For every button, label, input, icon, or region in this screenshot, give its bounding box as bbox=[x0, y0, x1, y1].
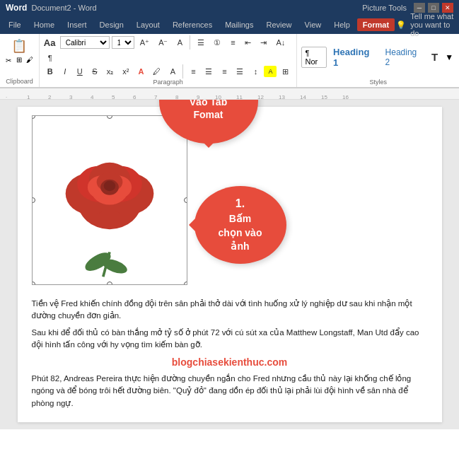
separator-2 bbox=[182, 64, 183, 79]
menu-insert[interactable]: Insert bbox=[62, 18, 93, 31]
format-painter-button[interactable]: 🖌 bbox=[25, 55, 35, 66]
font-size-select[interactable]: 11 bbox=[112, 36, 134, 49]
font-aa-label: Aa bbox=[44, 37, 58, 48]
style-heading1[interactable]: Heading 1 bbox=[330, 45, 379, 70]
menu-layout[interactable]: Layout bbox=[131, 18, 165, 31]
decrease-font-button[interactable]: A⁻ bbox=[155, 36, 171, 50]
styles-label: Styles bbox=[301, 79, 455, 86]
resize-handle-mr[interactable] bbox=[184, 197, 187, 203]
shading-button[interactable]: A bbox=[264, 66, 277, 77]
callout-1-number: 1. bbox=[219, 197, 262, 211]
clear-format-button[interactable]: A bbox=[173, 36, 186, 49]
clipboard-label: Clipboard bbox=[6, 78, 33, 85]
lightbulb-icon: 💡 bbox=[396, 21, 406, 30]
paste-button[interactable]: 📋 bbox=[6, 37, 32, 54]
paragraph-3: Phút 82, Andreas Pereira thực hiện đường… bbox=[32, 373, 428, 410]
underline-button[interactable]: U bbox=[74, 65, 86, 78]
paragraph-2: Sau khi để đối thủ có bàn thắng mở tỷ số… bbox=[32, 327, 428, 352]
rose-image bbox=[39, 122, 180, 278]
title-bar: Word Document2 - Word Picture Tools ─ □ … bbox=[0, 0, 459, 16]
text-effects-button[interactable]: A bbox=[134, 65, 147, 78]
align-left-button[interactable]: ≡ bbox=[187, 65, 199, 78]
line-spacing-button[interactable]: ↕ bbox=[249, 65, 262, 78]
strikethrough-button[interactable]: S bbox=[88, 65, 101, 78]
body-text-area: Tiền vệ Fred khiến chính đồng đội trên s… bbox=[32, 298, 428, 410]
italic-button[interactable]: I bbox=[59, 65, 71, 78]
window-controls[interactable]: ─ □ ✕ bbox=[414, 3, 453, 13]
decrease-indent-button[interactable]: ⇤ bbox=[241, 36, 255, 50]
numbering-button[interactable]: ① bbox=[210, 36, 224, 50]
svg-point-13 bbox=[103, 181, 115, 192]
copy-button[interactable]: ⊞ bbox=[15, 55, 23, 66]
file-name: Document2 - Word bbox=[31, 4, 96, 12]
cut-button[interactable]: ✂ bbox=[4, 55, 13, 66]
ruler: · 1 2 3 4 5 6 7 8 9 10 11 12 13 14 15 16 bbox=[0, 88, 459, 100]
superscript-button[interactable]: x² bbox=[119, 65, 132, 78]
show-marks-button[interactable]: ¶ bbox=[44, 52, 57, 64]
callout-2-text: Vào Tab Fomat bbox=[190, 100, 227, 120]
maximize-button[interactable]: □ bbox=[428, 3, 439, 13]
menu-home[interactable]: Home bbox=[28, 18, 60, 31]
resize-handle-tl[interactable] bbox=[32, 115, 35, 119]
increase-indent-button[interactable]: ⇥ bbox=[257, 36, 270, 50]
resize-handle-bm[interactable] bbox=[107, 281, 112, 285]
resize-handle-bl[interactable] bbox=[32, 281, 35, 285]
ribbon: 📋 ✂ ⊞ 🖌 Clipboard Aa Calibri 11 A⁺ bbox=[0, 34, 459, 88]
blog-watermark: blogchiasekienthuc.com bbox=[32, 355, 428, 370]
multilevel-button[interactable]: ≡ bbox=[226, 36, 239, 49]
sort-button[interactable]: A↓ bbox=[272, 36, 289, 49]
increase-font-button[interactable]: A⁺ bbox=[136, 36, 153, 50]
bullets-button[interactable]: ☰ bbox=[194, 36, 208, 50]
font-name-select[interactable]: Calibri bbox=[60, 36, 110, 49]
resize-handle-br[interactable] bbox=[184, 281, 187, 285]
separator-1 bbox=[190, 35, 190, 50]
menu-review[interactable]: Review bbox=[261, 18, 298, 31]
callout-bubble-1: 1. Bấm chọn vào ảnh bbox=[194, 186, 286, 264]
text-highlight-button[interactable]: 🖊 bbox=[149, 65, 164, 78]
resize-handle-ml[interactable] bbox=[32, 197, 35, 203]
menu-mailings[interactable]: Mailings bbox=[219, 18, 259, 31]
document-page: ⊞ bbox=[18, 107, 442, 422]
app-name: Word bbox=[6, 3, 27, 13]
justify-button[interactable]: ☰ bbox=[233, 65, 247, 79]
font-color-button[interactable]: A bbox=[166, 65, 179, 78]
menu-file[interactable]: File bbox=[3, 18, 27, 31]
menu-design[interactable]: Design bbox=[94, 18, 129, 31]
minimize-button[interactable]: ─ bbox=[414, 3, 425, 13]
style-heading2[interactable]: Heading 2 bbox=[382, 45, 426, 69]
menu-format[interactable]: Format bbox=[357, 18, 395, 31]
close-button[interactable]: ✕ bbox=[442, 3, 453, 13]
image-selection-box[interactable]: ⊞ bbox=[32, 115, 187, 285]
menu-bar: File Home Insert Design Layout Reference… bbox=[0, 16, 459, 34]
style-title[interactable]: T bbox=[429, 50, 441, 64]
paragraph-label: Paragraph bbox=[44, 79, 293, 86]
border-button[interactable]: ⊞ bbox=[279, 65, 292, 79]
subscript-button[interactable]: x₂ bbox=[103, 65, 117, 79]
paragraph-1: Tiền vệ Fred khiến chính đồng đội trên s… bbox=[32, 298, 428, 323]
style-normal[interactable]: ¶ Nor bbox=[301, 47, 327, 68]
callout-1-text: Bấm chọn vào ảnh bbox=[219, 213, 262, 252]
align-center-button[interactable]: ☰ bbox=[202, 65, 216, 79]
bold-button[interactable]: B bbox=[44, 65, 57, 78]
menu-references[interactable]: References bbox=[167, 18, 218, 31]
menu-help[interactable]: Help bbox=[328, 18, 356, 31]
document-area: ⊞ bbox=[0, 100, 459, 429]
menu-view[interactable]: View bbox=[299, 18, 327, 31]
styles-more-button[interactable]: ▼ bbox=[443, 51, 455, 64]
title-bar-right: Picture Tools bbox=[362, 4, 407, 12]
resize-handle-tm[interactable] bbox=[107, 115, 112, 119]
picture-tools-label: Picture Tools bbox=[362, 4, 407, 12]
align-right-button[interactable]: ≡ bbox=[218, 65, 231, 78]
